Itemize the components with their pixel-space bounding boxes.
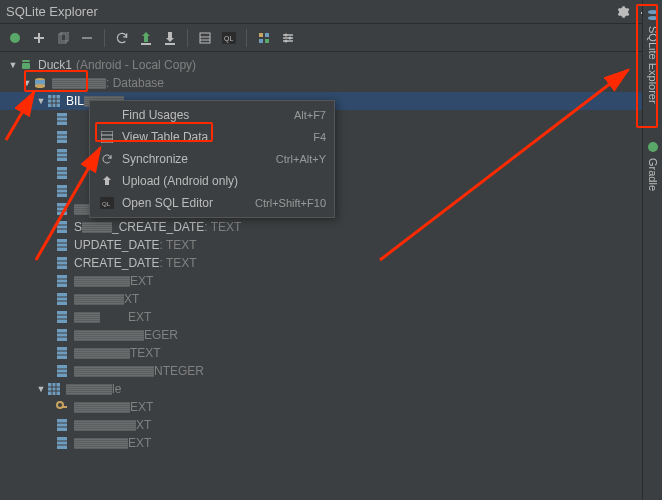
svg-rect-14 <box>265 39 269 43</box>
column-node[interactable]: TEXT <box>0 344 662 362</box>
root-label: Duck1 <box>38 58 72 72</box>
column-node[interactable]: XT <box>0 290 662 308</box>
delete-icon[interactable] <box>76 27 98 49</box>
expand-icon[interactable] <box>253 27 275 49</box>
table-node[interactable]: ▼ le <box>0 380 662 398</box>
col-type: : TEXT <box>204 220 241 234</box>
column-node[interactable]: EXT <box>0 434 662 452</box>
svg-point-17 <box>285 39 288 42</box>
menu-label: Find Usages <box>122 108 294 122</box>
panel-title: SQLite Explorer <box>6 4 612 19</box>
column-node[interactable]: CREATE_DATE: TEXT <box>0 254 662 272</box>
col-type: TEXT <box>130 346 161 360</box>
column-icon <box>54 112 70 126</box>
svg-rect-55 <box>57 275 67 287</box>
add-icon[interactable] <box>28 27 50 49</box>
svg-rect-43 <box>57 203 67 215</box>
svg-rect-28 <box>57 113 67 125</box>
triangle-down-icon[interactable]: ▼ <box>22 78 32 88</box>
upload-icon[interactable] <box>135 27 157 49</box>
column-icon <box>54 436 70 450</box>
gradle-icon <box>646 140 660 154</box>
toolbar: QL <box>0 24 662 52</box>
column-icon <box>54 292 70 306</box>
column-icon <box>54 202 70 216</box>
svg-rect-6 <box>200 33 210 43</box>
column-node[interactable]: S_CREATE_DATE: TEXT <box>0 218 662 236</box>
menu-label: View Table Data <box>122 130 313 144</box>
column-node[interactable]: UPDATE_DATE: TEXT <box>0 236 662 254</box>
svg-rect-13 <box>259 39 263 43</box>
table-view-icon[interactable] <box>194 27 216 49</box>
svg-text:QL: QL <box>102 201 111 207</box>
column-icon <box>54 364 70 378</box>
separator <box>246 29 247 47</box>
column-node[interactable]: EXT <box>0 308 662 326</box>
menu-find-usages[interactable]: Find Usages Alt+F7 <box>90 104 334 126</box>
col-name: CREATE_DATE <box>74 256 160 270</box>
menu-view-table-data[interactable]: View Table Data F4 <box>90 126 334 148</box>
side-tab-sqlite[interactable]: SQLite Explorer <box>646 0 660 112</box>
menu-shortcut: F4 <box>313 131 326 143</box>
side-tab-gradle[interactable]: Gradle <box>646 132 660 199</box>
copy-icon[interactable] <box>52 27 74 49</box>
col-type: XT <box>124 292 139 306</box>
column-node[interactable]: EXT <box>0 272 662 290</box>
menu-synchronize[interactable]: Synchronize Ctrl+Alt+Y <box>90 148 334 170</box>
column-icon <box>54 130 70 144</box>
svg-rect-31 <box>57 131 67 143</box>
run-icon[interactable] <box>4 27 26 49</box>
svg-rect-37 <box>57 167 67 179</box>
database-suffix: : Database <box>106 76 164 90</box>
svg-rect-73 <box>48 383 60 395</box>
column-icon <box>54 346 70 360</box>
triangle-down-icon[interactable]: ▼ <box>36 384 46 394</box>
svg-point-15 <box>285 33 288 36</box>
column-icon <box>54 184 70 198</box>
svg-rect-2 <box>61 32 68 41</box>
root-suffix: (Android - Local Copy) <box>76 58 196 72</box>
svg-rect-1 <box>59 34 66 43</box>
upload-icon <box>98 175 116 187</box>
svg-rect-18 <box>22 63 30 69</box>
database-node[interactable]: ▼ : Database <box>0 74 662 92</box>
column-icon <box>54 148 70 162</box>
menu-label: Open SQL Editor <box>122 196 255 210</box>
svg-rect-70 <box>57 365 67 377</box>
svg-rect-61 <box>57 311 67 323</box>
column-node[interactable]: XT <box>0 416 662 434</box>
svg-rect-67 <box>57 347 67 359</box>
svg-rect-19 <box>22 60 30 62</box>
download-icon[interactable] <box>159 27 181 49</box>
svg-rect-3 <box>82 37 92 39</box>
column-node[interactable]: EXT <box>0 398 662 416</box>
table-icon <box>46 382 62 396</box>
svg-rect-52 <box>57 257 67 269</box>
gear-icon[interactable] <box>612 1 634 23</box>
table-icon <box>98 131 116 143</box>
tree-root[interactable]: ▼ Duck1 (Android - Local Copy) <box>0 56 662 74</box>
refresh-icon[interactable] <box>111 27 133 49</box>
column-node[interactable]: EGER <box>0 326 662 344</box>
svg-point-91 <box>648 10 658 14</box>
table-icon <box>46 94 62 108</box>
menu-open-sql[interactable]: QL Open SQL Editor Ctrl+Shift+F10 <box>90 192 334 214</box>
svg-point-16 <box>289 36 292 39</box>
menu-shortcut: Ctrl+Alt+Y <box>276 153 326 165</box>
separator <box>187 29 188 47</box>
triangle-down-icon[interactable]: ▼ <box>36 96 46 106</box>
panel-header: SQLite Explorer <box>0 0 662 24</box>
key-icon <box>54 400 70 414</box>
svg-rect-5 <box>165 43 175 45</box>
column-node[interactable]: NTEGER <box>0 362 662 380</box>
menu-upload[interactable]: Upload (Android only) <box>90 170 334 192</box>
column-icon <box>54 328 70 342</box>
settings-icon[interactable] <box>277 27 299 49</box>
sql-icon[interactable]: QL <box>218 27 240 49</box>
svg-rect-12 <box>265 33 269 37</box>
triangle-down-icon[interactable]: ▼ <box>8 60 18 70</box>
column-icon <box>54 310 70 324</box>
database-icon <box>32 76 48 90</box>
column-icon <box>54 256 70 270</box>
svg-rect-58 <box>57 293 67 305</box>
